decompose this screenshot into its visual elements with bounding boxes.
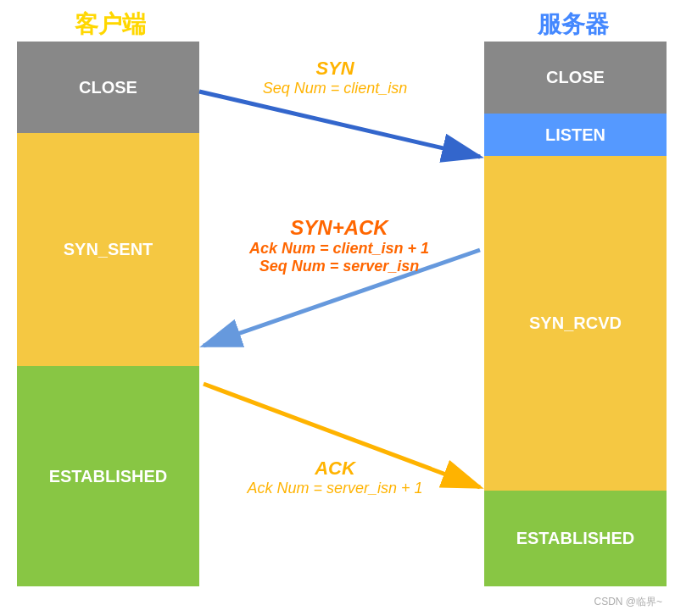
- block-server-close-label: CLOSE: [546, 68, 605, 87]
- block-client-syn-sent-label: SYN_SENT: [64, 240, 153, 259]
- watermark: CSDN @临界~: [594, 595, 662, 609]
- synack-title: SYN+ACK: [187, 216, 492, 240]
- ack-title: ACK: [204, 458, 466, 480]
- syn-detail: Seq Num = client_isn: [204, 80, 466, 97]
- synack-detail2: Seq Num = server_isn: [187, 258, 492, 275]
- block-server-listen-label: LISTEN: [545, 125, 605, 145]
- block-client-close-label: CLOSE: [79, 78, 137, 97]
- arrow-label-syn: SYN Seq Num = client_isn: [204, 58, 466, 97]
- block-server-listen: LISTEN: [484, 114, 667, 156]
- arrow-label-synack: SYN+ACK Ack Num = client_isn + 1 Seq Num…: [187, 216, 492, 275]
- diagram-container: 客户端 服务器 CLOSE SYN_SENT ESTABLISHED CLOSE…: [0, 0, 675, 616]
- arrow-label-ack: ACK Ack Num = server_isn + 1: [204, 458, 466, 497]
- block-client-close: CLOSE: [17, 42, 199, 133]
- block-client-syn-sent: SYN_SENT: [17, 133, 199, 366]
- synack-detail1: Ack Num = client_isn + 1: [187, 240, 492, 258]
- ack-detail: Ack Num = server_isn + 1: [204, 480, 466, 497]
- block-client-established: ESTABLISHED: [17, 366, 199, 586]
- block-server-established: ESTABLISHED: [484, 491, 667, 586]
- block-server-close: CLOSE: [484, 42, 667, 114]
- block-server-syn-rcvd-label: SYN_RCVD: [529, 314, 622, 333]
- title-server: 服务器: [480, 8, 667, 41]
- block-client-established-label: ESTABLISHED: [49, 467, 168, 486]
- syn-title: SYN: [204, 58, 466, 80]
- title-client: 客户端: [17, 8, 204, 41]
- syn-arrow: [199, 92, 480, 157]
- block-server-established-label: ESTABLISHED: [516, 529, 635, 548]
- block-server-syn-rcvd: SYN_RCVD: [484, 156, 667, 491]
